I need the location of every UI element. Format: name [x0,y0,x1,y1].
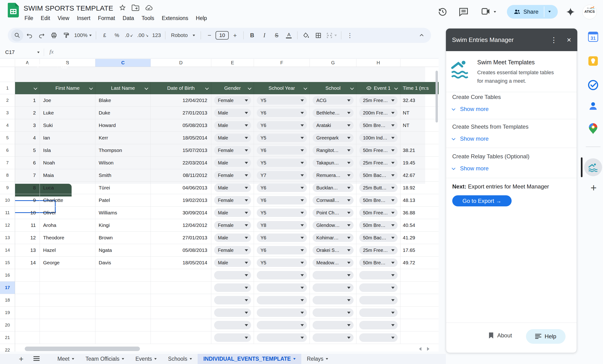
dropdown-chip-school_year[interactable]: Y6 [257,246,307,254]
table-header-last_name[interactable]: Last Name [95,82,151,94]
cell-C17[interactable] [95,282,151,294]
cell-B20[interactable] [40,319,95,331]
cell-A19[interactable] [15,306,40,319]
cell-D20[interactable] [151,319,211,331]
cell-I19[interactable] [400,306,439,319]
document-title[interactable]: SWIM SPORTS TEMPLATE [23,4,113,12]
dropdown-chip-school[interactable]: Greenpark [313,134,354,142]
table-header-gender[interactable]: Gender [211,82,254,94]
dropdown-chip-gender[interactable] [214,321,251,329]
dropdown-chip-school_year[interactable]: Y6 [257,121,307,129]
row-header-18[interactable]: 18 [0,294,15,306]
cell-I10[interactable]: 48.13 [400,194,439,207]
add-addon-button[interactable]: + [589,182,598,196]
cell-D15[interactable]: 18/05/2014 [151,257,211,269]
contacts-icon[interactable] [587,100,599,112]
cell-D17[interactable] [151,282,211,294]
dropdown-chip-event1[interactable] [359,333,398,342]
dropdown-chip-gender[interactable]: Female [214,171,251,179]
cell-C19[interactable] [95,306,151,319]
table-header-dob[interactable]: Date of Birth [151,82,211,94]
cell-C8[interactable]: Smith [95,169,151,182]
dropdown-chip-school_year[interactable]: Y6 [257,234,307,242]
row-header-13[interactable]: 13 [0,232,15,244]
cell-D10[interactable]: 19/02/2013 [151,194,211,207]
dropdown-chip-school[interactable]: Meadow… [313,258,354,267]
dropdown-chip-event1[interactable]: 25m Free… [359,246,398,254]
show-more-link-3[interactable]: Show more [452,165,488,172]
number-format-button[interactable]: 123 [150,29,163,41]
cell-I8[interactable]: 42.67 [400,169,439,182]
menu-extensions[interactable]: Extensions [158,14,192,23]
cell-I17[interactable] [400,282,439,294]
cell-I14[interactable]: 17.65 [400,244,439,257]
dropdown-chip-school_year[interactable]: Y5 [257,159,307,167]
dropdown-chip-school_year[interactable] [257,321,307,329]
name-box[interactable]: C17 [5,49,15,55]
cell-A12[interactable]: 11 [15,219,40,232]
collapse-toolbar-icon[interactable] [416,29,428,41]
dropdown-chip-gender[interactable]: Male [214,184,251,192]
dropdown-chip-school[interactable] [313,271,354,279]
menu-data[interactable]: Data [119,14,138,23]
dropdown-chip-gender[interactable]: Female [214,221,251,229]
fill-color-button[interactable] [300,29,312,41]
dropdown-chip-event1[interactable] [359,321,398,329]
cell-B2[interactable]: Joe [40,94,95,107]
cell-C12[interactable]: Kingi [95,219,151,232]
dropdown-chip-gender[interactable] [214,271,251,279]
cell-I21[interactable] [400,331,439,344]
dropdown-chip-event1[interactable] [359,283,398,292]
version-history-icon[interactable] [437,7,448,18]
cell-I15[interactable]: 49.72 [400,257,439,269]
all-sheets-button[interactable] [34,356,40,362]
keep-icon[interactable] [587,55,599,67]
tab-dropdown-icon[interactable] [326,358,328,360]
filter-chevron-icon[interactable] [394,86,398,90]
dropdown-chip-event1[interactable]: 50m Bre… [359,258,398,267]
cell-C6[interactable]: Thompson [95,144,151,157]
camera-dropdown-icon[interactable] [494,11,496,13]
zoom-select[interactable]: 100% [72,29,93,41]
cell-C4[interactable]: Howard [95,119,151,132]
dropdown-chip-gender[interactable]: Male [214,234,251,242]
row-header-5[interactable]: 5 [0,132,15,144]
italic-button[interactable]: I [258,29,270,41]
cell-B6[interactable]: Isla [40,144,95,157]
filter-chevron-icon[interactable] [304,86,307,90]
cell-D3[interactable]: 27/01/2013 [151,107,211,119]
dropdown-chip-event1[interactable] [359,296,398,304]
table-header-first_name[interactable]: First Name [40,82,95,94]
dropdown-chip-event1[interactable]: 200m Fre… [359,109,398,117]
cell-B10[interactable]: Charlotte [40,194,95,207]
column-header-C[interactable]: C [95,59,151,67]
cell-A2[interactable]: 1 [15,94,40,107]
horizontal-scrollbar[interactable] [25,347,140,351]
cell-I20[interactable] [400,319,439,331]
increase-decimal-button[interactable]: .00↘ [135,29,150,41]
cell-B18[interactable] [40,294,95,306]
dropdown-chip-school_year[interactable]: Y8 [257,221,307,229]
row-header-6[interactable]: 6 [0,144,15,157]
cell-B3[interactable]: Luke [40,107,95,119]
table-header-time1[interactable]: Time 1 (m:s [400,82,439,94]
dropdown-chip-school_year[interactable]: Y6 [257,196,307,204]
filter-chevron-icon[interactable] [248,86,252,90]
dropdown-chip-school[interactable]: Arataki [313,121,354,129]
cell-C7[interactable]: Wilson [95,157,151,169]
dropdown-chip-school[interactable] [313,283,354,292]
tab-dropdown-icon[interactable] [154,358,157,360]
row-header-19[interactable]: 19 [0,306,15,319]
cell-A4[interactable]: 3 [15,119,40,132]
cell-A5[interactable]: 4 [15,132,40,144]
panel-more-icon[interactable]: ⋮ [550,36,557,44]
meet-camera-button[interactable] [481,7,496,17]
dropdown-chip-event1[interactable] [359,271,398,279]
cell-B15[interactable]: George [40,257,95,269]
table-header-id[interactable] [15,82,40,94]
cell-B13[interactable]: Theodore [40,232,95,244]
cell-B19[interactable] [40,306,95,319]
decrease-font-size-button[interactable]: − [203,29,216,41]
cell-C2[interactable]: Blake [95,94,151,107]
filter-chevron-icon[interactable] [145,86,148,90]
